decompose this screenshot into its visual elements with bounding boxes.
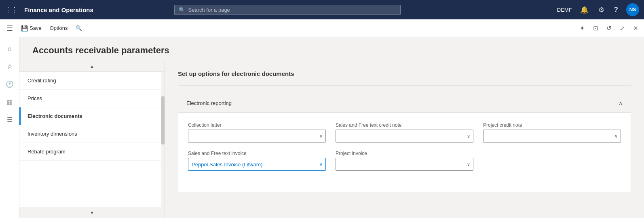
search-input[interactable]: [188, 7, 396, 13]
empty-group: [483, 151, 621, 171]
nav-item-credit-rating[interactable]: Credit rating: [19, 72, 165, 90]
collection-letter-group: Collection letter ∨: [188, 122, 326, 143]
close-button[interactable]: ✕: [631, 23, 641, 34]
project-invoice-select[interactable]: [336, 158, 473, 171]
sales-invoice-select-wrapper: Peppol Sales Invoice (Litware) ∨: [188, 158, 326, 171]
nav-panel: ▲ Credit rating Prices Electronic docume…: [19, 61, 165, 218]
refresh-button[interactable]: ↺: [604, 23, 614, 34]
scroll-thumb: [161, 96, 165, 145]
collection-letter-label: Collection letter: [188, 122, 326, 128]
hamburger-button[interactable]: ☰: [3, 22, 16, 34]
top-navigation: ⋮⋮ Finance and Operations 🔍 DEMF 🔔 ⚙ ? N…: [0, 0, 644, 19]
top-nav-right: DEMF 🔔 ⚙ ? NS: [557, 3, 639, 16]
collapse-button[interactable]: ∧: [619, 100, 623, 106]
form-row-2: Sales and Free text invoice Peppol Sales…: [188, 151, 621, 171]
search-toolbar-button[interactable]: 🔍: [72, 23, 85, 34]
notification-button[interactable]: 🔔: [579, 4, 590, 16]
electronic-reporting-title: Electronic reporting: [186, 100, 232, 106]
collection-letter-select-wrapper: ∨: [188, 130, 326, 143]
main-layout: ⌂ ☆ 🕐 ▦ ☰ Accounts receivable parameters…: [0, 37, 644, 218]
nav-item-inventory-dimensions[interactable]: Inventory dimensions: [19, 125, 165, 143]
apps-icon[interactable]: ⋮⋮: [5, 6, 18, 14]
options-button[interactable]: Options: [46, 23, 71, 34]
settings-button[interactable]: ⚙: [597, 4, 606, 16]
sales-credit-note-select[interactable]: [336, 130, 473, 143]
app-title: Finance and Operations: [24, 6, 93, 13]
left-sidebar: ⌂ ☆ 🕐 ▦ ☰: [0, 37, 19, 218]
scroll-up-button[interactable]: ▲: [19, 61, 165, 72]
sidebar-favorites[interactable]: ☆: [2, 58, 18, 74]
sidebar-modules[interactable]: ☰: [2, 111, 18, 128]
personalize-button[interactable]: ✦: [577, 23, 587, 34]
collection-letter-select[interactable]: [188, 130, 326, 143]
sales-invoice-select[interactable]: Peppol Sales Invoice (Litware): [188, 158, 326, 171]
help-button[interactable]: ?: [612, 4, 620, 15]
project-invoice-group: Project invoice ∨: [336, 151, 473, 171]
avatar[interactable]: NS: [626, 3, 639, 16]
project-credit-note-group: Project credit note ∨: [483, 122, 621, 143]
section-subtitle: Set up options for electronic documents: [178, 70, 631, 77]
search-icon: 🔍: [179, 7, 185, 13]
env-label: DEMF: [557, 7, 572, 13]
project-credit-note-select-wrapper: ∨: [483, 130, 621, 143]
two-col-layout: ▲ Credit rating Prices Electronic docume…: [19, 61, 644, 218]
project-invoice-select-wrapper: ∨: [336, 158, 473, 171]
nav-item-electronic-documents[interactable]: Electronic documents: [19, 107, 165, 125]
project-credit-note-label: Project credit note: [483, 122, 621, 128]
sidebar-recent[interactable]: 🕐: [2, 76, 18, 92]
sales-credit-note-label: Sales and Free text credit note: [336, 122, 473, 128]
sidebar-workspaces[interactable]: ▦: [2, 94, 18, 110]
form-card: Collection letter ∨ Sales and Free text …: [178, 112, 631, 192]
page-title: Accounts receivable parameters: [32, 45, 631, 56]
section-divider: [178, 85, 631, 86]
content-area: Accounts receivable parameters ▲ Credit …: [19, 37, 644, 218]
main-panel: Set up options for electronic documents …: [165, 61, 644, 218]
sales-credit-note-group: Sales and Free text credit note ∨: [336, 122, 473, 143]
save-button[interactable]: 💾 Save: [18, 23, 45, 34]
split-view-button[interactable]: ⊡: [591, 23, 601, 34]
sales-invoice-group: Sales and Free text invoice Peppol Sales…: [188, 151, 326, 171]
save-label: Save: [30, 25, 42, 31]
form-row-1: Collection letter ∨ Sales and Free text …: [188, 122, 621, 143]
project-credit-note-select[interactable]: [483, 130, 621, 143]
search-bar[interactable]: 🔍: [174, 5, 401, 15]
nav-item-rebate-program[interactable]: Rebate program: [19, 143, 165, 161]
toolbar-right: ✦ ⊡ ↺ ⤢ ✕: [577, 23, 641, 34]
page-header: Accounts receivable parameters: [19, 37, 644, 61]
options-label: Options: [50, 25, 68, 31]
electronic-reporting-header: Electronic reporting ∧: [178, 94, 631, 112]
sales-credit-note-select-wrapper: ∨: [336, 130, 473, 143]
sales-invoice-label: Sales and Free text invoice: [188, 151, 326, 156]
scroll-down-button[interactable]: ▼: [19, 207, 165, 218]
search-toolbar-icon: 🔍: [76, 25, 82, 31]
toolbar: ☰ 💾 Save Options 🔍 ✦ ⊡ ↺ ⤢ ✕: [0, 19, 644, 37]
sidebar-home[interactable]: ⌂: [2, 40, 18, 57]
scroll-indicator: [161, 72, 165, 218]
nav-item-prices[interactable]: Prices: [19, 90, 165, 107]
project-invoice-label: Project invoice: [336, 151, 473, 156]
expand-button[interactable]: ⤢: [617, 23, 627, 34]
save-icon: 💾: [21, 25, 28, 31]
